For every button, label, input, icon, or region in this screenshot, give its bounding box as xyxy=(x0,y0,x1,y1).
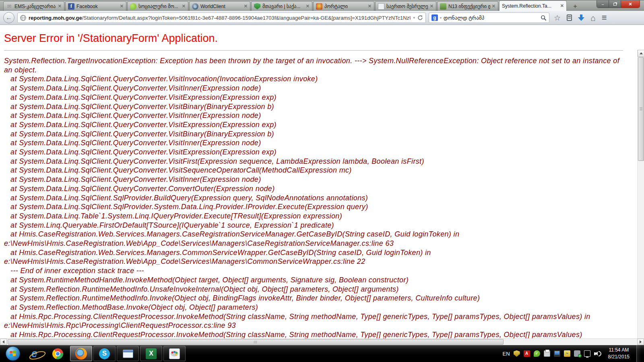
search-engine-dropdown-icon[interactable]: ▾ xyxy=(440,16,442,20)
minimize-button[interactable]: – xyxy=(597,0,609,8)
window-controls: – ✕ xyxy=(597,0,640,8)
emblem-icon xyxy=(316,3,322,10)
reload-icon[interactable] xyxy=(417,15,423,21)
clock-date: 8/21/2015 xyxy=(608,354,630,360)
scroll-left-button[interactable] xyxy=(0,339,7,345)
scroll-up-button[interactable] xyxy=(638,50,644,57)
url-dropdown-icon[interactable]: ▾ xyxy=(411,16,417,20)
horizontal-scrollbar[interactable] xyxy=(0,338,644,345)
tab-close-icon[interactable]: ✕ xyxy=(366,4,372,9)
usb-icon[interactable]: ✓ xyxy=(574,350,580,357)
url-path: /Stationaryform/Default.aspx?loginToken=… xyxy=(82,15,411,21)
bookmark-star-icon[interactable]: ☆ xyxy=(554,14,561,22)
toolbar-buttons: ☆ ⌂ ≡ xyxy=(552,12,609,23)
tab-title: საერთო შესრულებ... xyxy=(386,4,428,9)
show-desktop-button[interactable] xyxy=(636,345,641,362)
taskbar-skype[interactable]: S xyxy=(93,346,116,361)
chrome-icon xyxy=(52,348,63,359)
ethernet-icon[interactable] xyxy=(584,350,590,357)
shield-icon xyxy=(254,3,260,10)
tab-close-icon[interactable]: ✕ xyxy=(118,4,124,9)
restore-button[interactable] xyxy=(609,0,621,8)
search-bar[interactable]: g ▾ დონალდ ტრამპ xyxy=(429,12,549,23)
search-input[interactable]: დონალდ ტრამპ xyxy=(444,15,539,21)
site-globe-icon xyxy=(20,15,26,21)
tab-n13[interactable]: N13 ინფექციური დ... ✕ xyxy=(437,1,498,11)
taskbar-internet-explorer[interactable]: e xyxy=(23,346,45,361)
tab-close-icon[interactable]: ✕ xyxy=(428,4,433,9)
security-shield-icon[interactable] xyxy=(514,350,520,357)
taskbar-explorer-window[interactable] xyxy=(117,346,139,361)
antivirus-check-icon[interactable]: ✓ xyxy=(534,350,540,357)
tab-error-page-active[interactable]: System.Reflection.Ta... ✕ xyxy=(499,0,567,11)
tab-worldclient[interactable]: ◍ WorldClient ✕ xyxy=(189,1,250,11)
language-indicator[interactable]: EN xyxy=(503,351,510,357)
tab-facebook[interactable]: f Facebook ✕ xyxy=(65,1,126,11)
paint-icon xyxy=(169,348,180,359)
menu-icon[interactable]: ≡ xyxy=(602,12,607,23)
tab-close-icon[interactable]: ✕ xyxy=(559,3,564,8)
page-title: Server Error in '/StationaryForm' Applic… xyxy=(4,32,639,45)
windows-logo-icon xyxy=(10,350,16,356)
firefox-icon xyxy=(75,348,87,360)
tab-saerto[interactable]: საერთო შესრულებ... ✕ xyxy=(375,1,436,11)
home-icon[interactable]: ⌂ xyxy=(590,14,596,22)
tab-title: მთავარი | საქა... xyxy=(262,4,304,9)
url-bar[interactable]: reporting.moh.gov.ge/Stationaryform/Defa… xyxy=(17,12,426,23)
start-button[interactable] xyxy=(6,346,20,361)
taskbar-paint[interactable] xyxy=(163,346,186,361)
search-magnifier-icon[interactable] xyxy=(541,15,547,21)
tab-close-icon[interactable]: ✕ xyxy=(304,4,310,9)
tab-close-icon[interactable]: ✕ xyxy=(490,4,495,9)
tab-social[interactable]: სოციალური მო... ✕ xyxy=(127,1,188,11)
internet-explorer-icon: e xyxy=(31,348,37,359)
taskbar-chrome[interactable] xyxy=(47,346,69,361)
restore-icon xyxy=(613,3,617,6)
volume-icon[interactable] xyxy=(594,351,601,356)
tab-portal[interactable]: პორტალი ✕ xyxy=(313,1,374,11)
navigation-toolbar: ← reporting.moh.gov.ge/Stationaryform/De… xyxy=(0,11,644,25)
tab-list: ✉ EMS-კანცელარია ✕ f Facebook ✕ სოციალურ… xyxy=(3,0,580,11)
close-button[interactable]: ✕ xyxy=(621,0,640,8)
document-icon xyxy=(378,3,384,10)
palette-icon xyxy=(171,351,178,356)
back-button[interactable]: ← xyxy=(3,12,14,23)
display-icon[interactable] xyxy=(554,350,560,357)
printer-icon[interactable] xyxy=(544,350,550,357)
tab-close-icon[interactable]: ✕ xyxy=(180,4,186,9)
document-icon xyxy=(440,3,446,10)
tab-title: სოციალური მო... xyxy=(138,4,180,9)
tab-mtavari[interactable]: მთავარი | საქა... ✕ xyxy=(251,1,312,11)
google-icon: g xyxy=(431,14,438,21)
taskbar-firefox-active[interactable] xyxy=(70,346,92,361)
downloads-icon[interactable] xyxy=(578,14,584,21)
taskbar-excel[interactable]: X xyxy=(140,346,162,361)
bookmarks-panel-icon[interactable] xyxy=(567,14,572,21)
taskbar-clock[interactable]: 11:54 AM 8/21/2015 xyxy=(605,347,633,361)
scroll-right-button[interactable] xyxy=(637,339,644,345)
tab-strip: ✉ EMS-კანცელარია ✕ f Facebook ✕ სოციალურ… xyxy=(0,0,644,11)
tab-ems[interactable]: ✉ EMS-კანცელარია ✕ xyxy=(3,1,64,11)
excel-icon: X xyxy=(146,348,157,359)
divider xyxy=(4,50,623,51)
tab-title: Facebook xyxy=(76,4,118,9)
clock-time: 11:54 AM xyxy=(608,347,630,354)
tab-title: WorldClient xyxy=(200,4,242,9)
url-text: reporting.moh.gov.ge/Stationaryform/Defa… xyxy=(29,15,411,21)
network-map-icon[interactable]: ~ xyxy=(564,350,570,357)
vertical-scroll-thumb[interactable] xyxy=(638,57,644,161)
adobe-reader-icon[interactable]: A xyxy=(524,350,530,357)
horizontal-scroll-thumb[interactable] xyxy=(8,339,504,345)
skype-icon: S xyxy=(99,348,110,359)
browser-window: ✉ EMS-კანცელარია ✕ f Facebook ✕ სოციალურ… xyxy=(0,0,644,345)
tab-title: System.Reflection.Ta... xyxy=(502,3,559,9)
tab-title: პორტალი xyxy=(324,4,366,9)
tab-close-icon[interactable]: ✕ xyxy=(242,4,248,9)
url-domain: reporting.moh.gov.ge xyxy=(29,15,82,21)
error-page: Server Error in '/StationaryForm' Applic… xyxy=(0,25,644,338)
explorer-window-icon xyxy=(123,350,133,358)
new-tab-button[interactable]: + xyxy=(570,2,580,11)
tab-title: N13 ინფექციური დ... xyxy=(448,4,490,9)
tab-close-icon[interactable]: ✕ xyxy=(56,4,62,9)
vertical-scrollbar[interactable] xyxy=(637,50,644,338)
